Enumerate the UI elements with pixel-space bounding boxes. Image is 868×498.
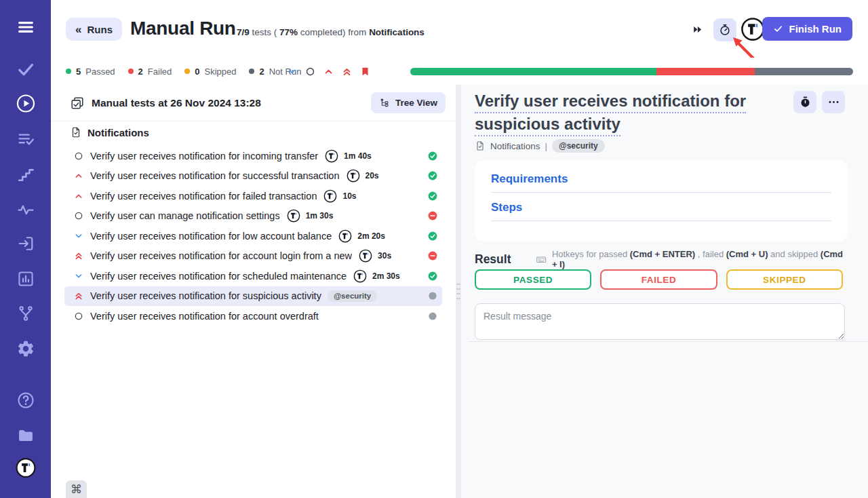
failed-button[interactable]: FAILED [600,269,717,290]
finish-run-button[interactable]: Finish Run [762,17,853,41]
status-dot-icon [128,69,134,74]
progress-segment-not_run [755,68,853,75]
sidebar-item-tests[interactable] [16,60,35,79]
app-logo-icon [359,249,372,263]
stopwatch-icon [718,23,732,37]
subtitle-part: tests ( [250,27,279,37]
test-row[interactable]: Verify user receives notification for su… [64,286,442,307]
priority-low-filter-icon[interactable] [286,66,298,77]
status-failed-icon [427,210,438,221]
subtitle-part: Notifications [369,27,425,37]
test-title: Verify user receives notification for sc… [90,271,347,282]
priority-highest-icon [73,250,84,261]
sidebar-item-import[interactable] [16,234,35,253]
sidebar-item-settings[interactable] [16,339,35,358]
test-duration: 1m 40s [344,151,372,161]
legend-passed: 5Passed [66,66,115,77]
status-dot-icon [184,69,190,74]
runs-icon [15,93,36,114]
legend-label: Passed [85,66,115,77]
legend-label: Failed [148,66,172,77]
app-logo-icon[interactable] [741,17,765,41]
suite-row[interactable]: Notifications [70,126,149,138]
verdict-buttons: PASSEDFAILEDSKIPPED [475,269,843,290]
page-title: Manual Run [130,18,236,39]
test-list: Verify user receives notification for in… [64,146,442,326]
priority-highest-filter-icon[interactable] [341,66,353,77]
test-row[interactable]: Verify user can manage notification sett… [64,206,442,227]
test-row[interactable]: Verify user receives notification for ac… [64,246,442,267]
bookmark-filter-icon[interactable] [359,66,371,77]
test-duration: 2m 20s [357,231,385,241]
status-passed-icon [427,231,438,242]
run-progress-bar [410,68,853,75]
analytics-icon [16,269,35,288]
more-options-button[interactable] [822,91,845,113]
double-chevron-left-icon: « [75,24,81,35]
tag-badge[interactable]: @security [552,139,605,153]
test-row[interactable]: Verify user receives notification for lo… [64,226,442,246]
timer-button[interactable] [713,18,736,41]
sidebar-item-help[interactable] [16,391,35,410]
sidebar-item-logo[interactable] [15,457,36,478]
test-row[interactable]: Verify user receives notification for in… [64,146,442,166]
sidebar-item-analytics[interactable] [16,269,35,288]
app-logo-icon [287,209,300,223]
result-message-input[interactable] [475,303,845,340]
tree-icon [379,97,391,109]
import-icon [16,234,35,253]
legend-count: 5 [76,66,81,77]
sidebar [0,0,51,498]
logo-icon [15,457,36,478]
sidebar-item-steps[interactable] [16,165,35,184]
command-shortcut-button[interactable]: ⌘ [66,480,87,498]
test-title[interactable]: Verify user receives notification for su… [475,90,799,136]
run-subtitle: 7/9 tests ( 77% completed) from Notifica… [237,27,425,37]
result-header-row: Result Hotkeys for passed (Cmd + ENTER) … [475,249,848,269]
hotkey-part: Hotkeys for passed [552,249,630,259]
skipped-button[interactable]: SKIPPED [726,269,843,290]
breadcrumb-separator: | [545,141,547,151]
tree-view-label: Tree View [395,98,437,108]
test-title: Verify user can manage notification sett… [90,210,280,221]
priority-none-filter-icon[interactable] [304,66,316,77]
test-plans-icon [16,130,35,149]
sidebar-item-pulse[interactable] [16,200,35,219]
keyboard-icon [536,254,547,265]
passed-button[interactable]: PASSED [475,269,591,290]
app-logo-icon [325,149,338,163]
test-row[interactable]: Verify user receives notification for su… [64,166,442,187]
test-title: Verify user receives notification for su… [90,290,321,301]
test-row[interactable]: Verify user receives notification for sc… [64,266,442,286]
panel-resize-handle[interactable] [456,85,461,498]
test-timer-button[interactable] [793,91,816,113]
legend-count: 2 [138,66,143,77]
section-heading-steps[interactable]: Steps [491,201,831,214]
test-duration: 30s [378,251,391,261]
section-heading-requirements[interactable]: Requirements [491,172,831,186]
sidebar-item-runs[interactable] [15,93,36,114]
priority-low-icon [73,271,84,282]
status-notrun-icon [427,311,438,322]
back-to-runs-button[interactable]: « Runs [66,18,122,41]
section-underline [491,192,831,193]
fast-forward-icon[interactable] [692,24,703,35]
hotkey-part: and skipped [768,249,820,259]
test-row[interactable]: Verify user receives notification for fa… [64,186,442,206]
priority-high-filter-icon[interactable] [323,66,334,77]
progress-segment-failed [656,68,755,75]
test-title: Verify user receives notification for ac… [90,250,352,261]
tests-icon [16,60,35,79]
test-title: Verify user receives notification for in… [90,151,318,161]
sidebar-item-menu[interactable] [16,18,35,37]
file-icon [475,140,486,151]
breadcrumb-suite[interactable]: Notifications [490,141,540,151]
test-row[interactable]: Verify user receives notification for ac… [64,306,442,326]
tree-view-button[interactable]: Tree View [371,92,446,113]
sidebar-item-test-plans[interactable] [16,130,35,149]
sidebar-item-projects[interactable] [16,426,35,445]
progress-segment-passed [410,68,656,75]
hotkey-part: , failed [695,249,726,259]
sidebar-item-branches[interactable] [16,304,35,323]
status-failed-icon [427,250,438,261]
